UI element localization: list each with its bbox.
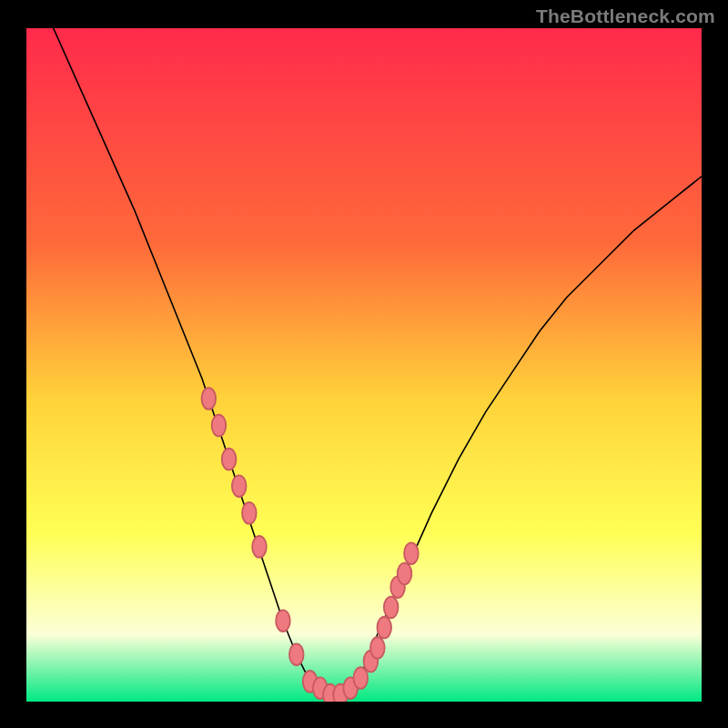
gradient-background	[26, 28, 702, 702]
chart-svg	[26, 28, 702, 702]
data-marker	[202, 388, 217, 410]
chart-area	[26, 28, 702, 702]
data-marker	[252, 536, 267, 558]
data-marker	[212, 415, 227, 437]
data-marker	[377, 617, 391, 639]
data-marker	[232, 475, 247, 497]
data-marker	[289, 643, 304, 665]
data-marker	[370, 637, 385, 659]
watermark-text: TheBottleneck.com	[536, 5, 715, 27]
data-marker	[353, 667, 368, 689]
data-marker	[384, 597, 399, 619]
data-marker	[222, 449, 237, 470]
data-marker	[242, 502, 257, 524]
data-marker	[404, 542, 419, 564]
data-marker	[398, 563, 412, 585]
data-marker	[276, 610, 290, 632]
